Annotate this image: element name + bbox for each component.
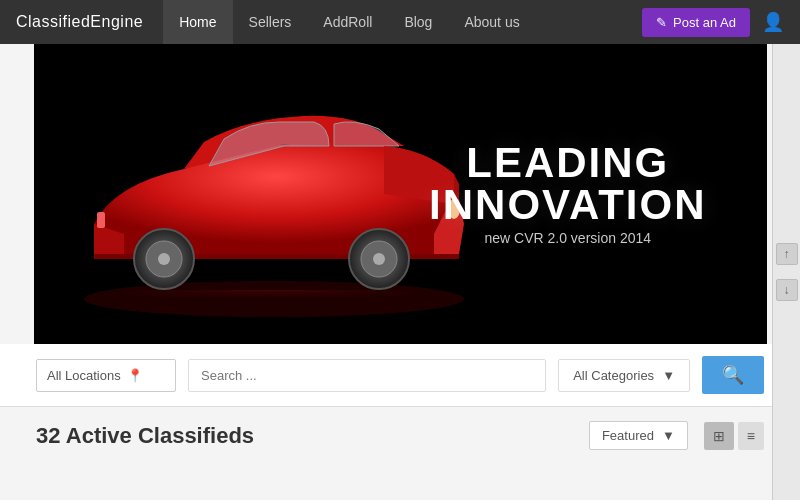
nav-item-home[interactable]: Home bbox=[163, 0, 232, 44]
list-view-button[interactable]: ≡ bbox=[738, 422, 764, 450]
brand-logo[interactable]: ClassifiedEngine bbox=[16, 13, 143, 31]
post-ad-button[interactable]: ✎ Post an Ad bbox=[642, 8, 750, 37]
category-label: All Categories bbox=[573, 368, 654, 383]
svg-rect-8 bbox=[97, 212, 105, 228]
view-toggle: ⊞ ≡ bbox=[704, 422, 764, 450]
brand-text-bold: Engine bbox=[90, 13, 143, 30]
hero-subtitle: new CVR 2.0 version 2014 bbox=[429, 230, 706, 246]
scroll-up-button[interactable]: ↑ bbox=[776, 243, 798, 265]
classifieds-header: 32 Active Classifieds Featured ▼ ⊞ ≡ bbox=[0, 407, 800, 464]
search-button[interactable]: 🔍 bbox=[702, 356, 764, 394]
grid-view-button[interactable]: ⊞ bbox=[704, 422, 734, 450]
svg-point-3 bbox=[158, 253, 170, 265]
nav-item-sellers[interactable]: Sellers bbox=[233, 0, 308, 44]
scroll-down-button[interactable]: ↓ bbox=[776, 279, 798, 301]
classifieds-count: 32 Active Classifieds bbox=[36, 423, 573, 449]
hero-banner: LEADING INNOVATION new CVR 2.0 version 2… bbox=[34, 44, 767, 344]
svg-point-6 bbox=[373, 253, 385, 265]
navbar: ClassifiedEngine Home Sellers AddRoll Bl… bbox=[0, 0, 800, 44]
brand-text-regular: Classified bbox=[16, 13, 90, 30]
featured-chevron-icon: ▼ bbox=[662, 428, 675, 443]
post-ad-label: Post an Ad bbox=[673, 15, 736, 30]
search-icon: 🔍 bbox=[722, 365, 744, 385]
grid-icon: ⊞ bbox=[713, 428, 725, 444]
hero-text: LEADING INNOVATION new CVR 2.0 version 2… bbox=[429, 142, 706, 246]
category-select[interactable]: All Categories ▼ bbox=[558, 359, 690, 392]
featured-select[interactable]: Featured ▼ bbox=[589, 421, 688, 450]
search-input[interactable] bbox=[188, 359, 546, 392]
hero-title: LEADING INNOVATION bbox=[429, 142, 706, 226]
list-icon: ≡ bbox=[747, 428, 755, 444]
up-arrow-icon: ↑ bbox=[784, 247, 790, 261]
location-label: All Locations bbox=[47, 368, 121, 383]
chevron-down-icon: ▼ bbox=[662, 368, 675, 383]
hero-car-image bbox=[64, 104, 484, 344]
nav-links: Home Sellers AddRoll Blog About us bbox=[163, 0, 642, 44]
down-arrow-icon: ↓ bbox=[784, 283, 790, 297]
featured-label: Featured bbox=[602, 428, 654, 443]
right-scrollbar: ↑ ↓ bbox=[772, 44, 800, 500]
nav-right: ✎ Post an Ad 👤 bbox=[642, 8, 784, 37]
location-pin-icon: 📍 bbox=[127, 368, 143, 383]
nav-item-about[interactable]: About us bbox=[448, 0, 535, 44]
search-bar-section: All Locations 📍 All Categories ▼ 🔍 bbox=[0, 344, 800, 407]
post-ad-icon: ✎ bbox=[656, 15, 667, 30]
nav-item-addroll[interactable]: AddRoll bbox=[307, 0, 388, 44]
nav-item-blog[interactable]: Blog bbox=[388, 0, 448, 44]
user-icon[interactable]: 👤 bbox=[762, 11, 784, 33]
location-select[interactable]: All Locations 📍 bbox=[36, 359, 176, 392]
